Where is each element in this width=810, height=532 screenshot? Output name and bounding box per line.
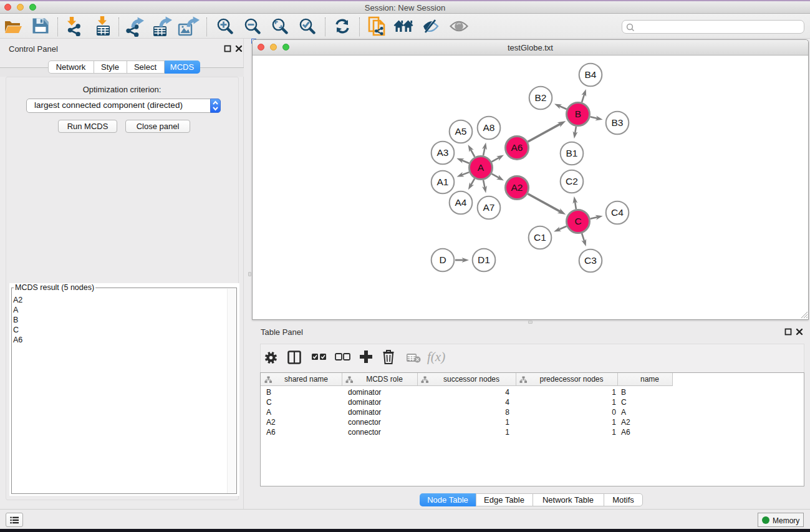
svg-text:C: C	[574, 216, 581, 226]
svg-text:C2: C2	[566, 176, 578, 186]
svg-text:A7: A7	[483, 202, 495, 213]
svg-text:A8: A8	[483, 122, 495, 133]
svg-text:C3: C3	[584, 255, 597, 266]
svg-text:B4: B4	[585, 69, 597, 80]
svg-text:B2: B2	[535, 92, 547, 103]
svg-text:C4: C4	[611, 207, 624, 218]
svg-text:D1: D1	[478, 254, 490, 265]
svg-text:B1: B1	[566, 148, 578, 158]
svg-text:A4: A4	[455, 197, 467, 208]
svg-text:A2: A2	[511, 182, 523, 193]
svg-text:B: B	[575, 109, 581, 119]
svg-text:A6: A6	[511, 142, 523, 153]
svg-text:B3: B3	[612, 117, 624, 128]
svg-text:A3: A3	[437, 147, 449, 158]
svg-text:A5: A5	[455, 126, 467, 137]
svg-text:C1: C1	[534, 232, 546, 243]
svg-text:A1: A1	[437, 177, 449, 187]
svg-text:A: A	[478, 162, 485, 173]
svg-text:D: D	[439, 254, 446, 265]
